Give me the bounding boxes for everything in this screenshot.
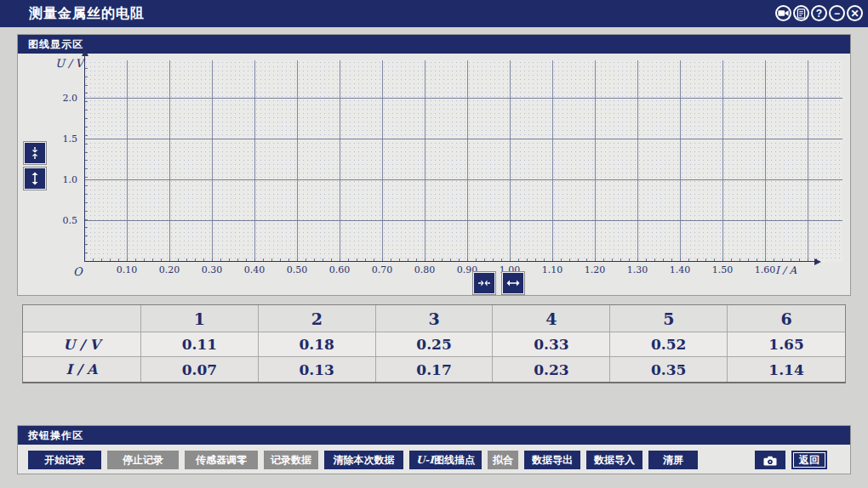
gridline-h (84, 220, 842, 221)
row-label-current: I / A (23, 357, 141, 382)
video-icon[interactable] (775, 5, 791, 21)
chart-panel: 图线显示区 U / V O I / A 0.5 1.0 (17, 34, 851, 296)
x-tick-label: 0.70 (368, 264, 397, 275)
close-icon[interactable]: ✕ (847, 5, 863, 21)
gridline-h (84, 139, 842, 139)
table-cell-current: 0.13 (259, 357, 376, 382)
x-tick-label: 1.20 (580, 264, 609, 275)
start-record-button[interactable]: 开始记录 (28, 451, 101, 469)
y-axis-arrow (82, 49, 89, 56)
y-axis-label: U / V (55, 57, 83, 70)
clear-screen-button[interactable]: 清屏 (648, 451, 698, 469)
x-tick-label: 0.10 (112, 264, 141, 275)
table-cell-voltage: 0.18 (259, 332, 376, 357)
compress-horizontal-icon (477, 276, 491, 290)
y-axis (84, 55, 85, 262)
x-axis (84, 261, 818, 262)
x-tick-label: 0.60 (325, 264, 354, 275)
plot-grid: U / V O I / A 0.5 1.0 1.5 2.0 0.10 0.20 … (84, 60, 842, 262)
data-table: 1 2 3 4 5 6 U / V 0.11 0.18 0.25 0.33 0.… (22, 304, 846, 383)
minimize-icon[interactable]: − (829, 5, 845, 21)
x-scale-compress-button[interactable] (473, 272, 495, 294)
camera-icon (762, 454, 779, 467)
gridline-h (84, 98, 842, 99)
titlebar: 测量金属丝的电阻 ? − ✕ (0, 0, 868, 27)
y-tick-label: 2.0 (54, 93, 77, 105)
button-panel-header: 按钮操作区 (18, 426, 850, 445)
data-import-button[interactable]: 数据导入 (586, 451, 642, 469)
x-tick-label: 1.40 (665, 264, 694, 275)
table-cell-voltage: 1.65 (728, 332, 845, 357)
plot-area: U / V O I / A 0.5 1.0 1.5 2.0 0.10 0.20 … (18, 54, 850, 295)
clear-current-data-button[interactable]: 清除本次数据 (324, 451, 403, 469)
column-header: 1 (141, 305, 259, 332)
x-tick-label: 1.10 (538, 264, 567, 275)
ui-curve-prefix: U-I (416, 454, 434, 466)
column-header: 3 (376, 305, 494, 332)
minimize-glyph: − (834, 8, 840, 20)
column-header: 2 (259, 305, 376, 332)
ui-curve-label: 图线描点 (434, 454, 475, 466)
table-cell-current: 0.07 (141, 357, 259, 382)
gridline-h (84, 179, 842, 180)
help-icon[interactable]: ? (811, 5, 827, 21)
x-tick-label: 1.50 (708, 264, 737, 275)
table-cell-current: 0.23 (493, 357, 610, 382)
help-glyph: ? (816, 8, 822, 20)
compress-vertical-icon (28, 146, 42, 160)
x-tick-label: 0.80 (410, 264, 439, 275)
x-tick-label: 0.30 (197, 264, 226, 275)
x-tick-label: 0.50 (283, 264, 311, 275)
sensor-zero-button[interactable]: 传感器调零 (185, 451, 258, 469)
y-tick-label: 1.5 (54, 133, 77, 145)
expand-horizontal-icon (506, 276, 520, 290)
y-tick-label: 1.0 (54, 174, 77, 186)
column-header: 5 (610, 305, 728, 332)
table-cell-voltage: 0.11 (141, 332, 259, 357)
table-cell-current: 1.14 (728, 357, 845, 382)
data-export-button[interactable]: 数据导出 (524, 451, 580, 469)
x-tick-label: 0.40 (240, 264, 269, 275)
close-glyph: ✕ (850, 8, 859, 20)
fit-button[interactable]: 拟合 (488, 451, 518, 469)
stop-record-button[interactable]: 停止记录 (107, 451, 179, 469)
table-cell-current: 0.35 (610, 357, 728, 382)
screenshot-button[interactable] (755, 451, 785, 469)
button-row: 开始记录 停止记录 传感器调零 记录数据 清除本次数据 U-I图线描点 拟合 数… (18, 445, 850, 469)
button-panel: 按钮操作区 开始记录 停止记录 传感器调零 记录数据 清除本次数据 U-I图线描… (17, 425, 851, 474)
expand-vertical-icon (28, 172, 42, 185)
table-cell-voltage: 0.33 (493, 332, 610, 357)
titlebar-icons: ? − ✕ (775, 5, 863, 21)
y-tick-label: 0.5 (54, 215, 77, 227)
row-label-voltage: U / V (23, 332, 141, 357)
x-scale-expand-button[interactable] (502, 272, 524, 294)
table-cell-current: 0.17 (376, 357, 494, 382)
table-corner-cell (23, 305, 141, 332)
x-tick-label: 1.60 (751, 264, 779, 275)
y-scale-compress-button[interactable] (24, 142, 46, 164)
y-axis-minor-ticks (85, 60, 88, 262)
x-axis-arrow (814, 258, 821, 265)
guide-icon[interactable] (793, 5, 809, 21)
record-data-button[interactable]: 记录数据 (264, 451, 318, 469)
return-button[interactable]: 返回 (791, 451, 827, 469)
app-window: 测量金属丝的电阻 ? − ✕ 图线显示区 (0, 0, 868, 488)
table-cell-voltage: 0.25 (376, 332, 494, 357)
table-cell-voltage: 0.52 (610, 332, 728, 357)
column-header: 6 (728, 305, 845, 332)
origin-label: O (73, 265, 83, 278)
chart-panel-header: 图线显示区 (18, 35, 850, 54)
column-header: 4 (493, 305, 610, 332)
ui-curve-plot-button[interactable]: U-I图线描点 (409, 451, 482, 469)
x-tick-label: 0.20 (155, 264, 184, 275)
y-scale-expand-button[interactable] (24, 167, 46, 190)
window-title: 测量金属丝的电阻 (29, 0, 145, 27)
x-tick-label: 1.30 (623, 264, 652, 275)
